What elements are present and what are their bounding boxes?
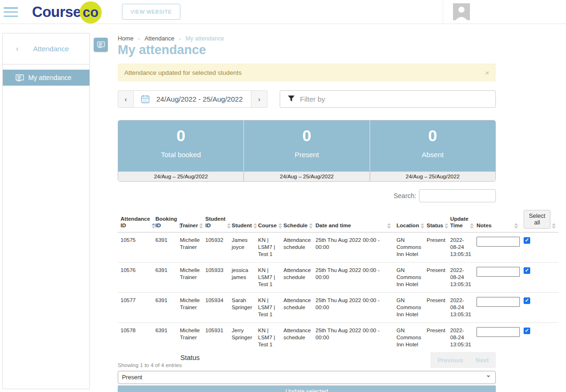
column-header[interactable]: Location (394, 208, 424, 232)
view-website-button[interactable]: VIEW WEBSITE (122, 4, 180, 20)
notes-input[interactable] (477, 267, 520, 277)
select-all-header: Select all (521, 208, 558, 232)
cell-notes (474, 293, 521, 323)
cell-select: ✓ (521, 263, 558, 293)
date-range-picker: ‹ 24/Aug/2022 - 25/Aug/2022 (118, 90, 267, 108)
breadcrumb-attendance[interactable]: Attendance (145, 35, 174, 42)
table-search-row: Search: (118, 189, 496, 202)
cell-student: jessica james (229, 263, 255, 293)
row-select-checkbox[interactable]: ✓ (524, 267, 530, 274)
column-header[interactable]: Attendance ID (118, 208, 153, 232)
cell-select: ✓ (521, 232, 558, 263)
column-header[interactable]: Booking ID (153, 208, 177, 232)
sidebar-item-label: My attendance (28, 74, 72, 81)
logo-text: Course (32, 4, 81, 21)
column-header-label: Notes (477, 222, 492, 229)
pagination: Previous Next (430, 352, 496, 368)
cell-location: GN Commons Inn Hotel (394, 263, 424, 293)
table-body: 105756391Michelle Trainer105932James joy… (118, 232, 558, 353)
stat-label: Present (295, 151, 319, 159)
logo-badge: co (80, 1, 102, 24)
cell-student-id: 105933 (202, 263, 229, 293)
cell-booking-id: 6391 (153, 232, 177, 263)
alert-message: Attendance updated for selected students (124, 69, 242, 76)
search-label: Search: (394, 192, 416, 200)
calendar-icon (141, 95, 150, 104)
cell-notes (474, 232, 521, 263)
column-header[interactable]: Course (255, 208, 281, 232)
filter-funnel-icon (288, 95, 295, 104)
cell-schedule: Attendance schedule (281, 293, 313, 323)
column-header-label: Course (258, 222, 277, 229)
sidebar-toggle-button[interactable] (94, 38, 108, 52)
sort-arrows-icon (199, 223, 203, 229)
column-header[interactable]: Update Time (447, 208, 474, 232)
status-select[interactable]: Present (118, 371, 496, 384)
stat-label: Absent (421, 151, 444, 159)
chevron-left-icon: ‹ (16, 45, 18, 53)
breadcrumb-home[interactable]: Home (118, 35, 133, 42)
notes-input[interactable] (477, 237, 520, 247)
cell-location: GN Commons Inn Hotel (394, 232, 424, 263)
column-header[interactable]: Date and time (313, 208, 394, 232)
date-next-button[interactable]: › (251, 90, 267, 108)
sort-arrows-icon (514, 223, 518, 229)
sidebar-section-header[interactable]: ‹ Attendance (3, 33, 89, 64)
cell-notes (474, 323, 521, 353)
date-range-text: 24/Aug/2022 - 25/Aug/2022 (156, 95, 243, 103)
sidebar-item-my-attendance[interactable]: My attendance (3, 70, 89, 86)
column-header-label: Student ID (205, 216, 226, 229)
column-header[interactable]: Trainer (177, 208, 202, 232)
filter-input[interactable] (280, 90, 496, 108)
cell-status: Present (424, 263, 447, 293)
main-content: Home › Attendance › My attendance My att… (118, 24, 558, 392)
table-header-row: Attendance IDBooking IDTrainerStudent ID… (118, 208, 558, 232)
date-range-display[interactable]: 24/Aug/2022 - 25/Aug/2022 (134, 90, 251, 108)
sort-arrows-icon (253, 223, 257, 229)
cell-status: Present (424, 232, 447, 263)
success-alert: Attendance updated for selected students… (118, 64, 496, 81)
sort-arrows-icon (470, 223, 474, 229)
cell-location: GN Commons Inn Hotel (394, 293, 424, 323)
controls-row: ‹ 24/Aug/2022 - 25/Aug/2022 (118, 90, 496, 108)
cell-student: Sarah Springer (229, 293, 255, 323)
next-page-button[interactable]: Next (476, 357, 489, 364)
sort-arrows-icon (420, 223, 424, 229)
breadcrumb-separator-icon: › (138, 36, 140, 41)
previous-page-button[interactable]: Previous (437, 357, 463, 364)
stat-value: 0 (428, 127, 437, 144)
row-select-checkbox[interactable]: ✓ (524, 328, 530, 334)
cell-attendance-id: 10576 (118, 263, 153, 293)
close-icon[interactable]: × (485, 69, 489, 77)
stat-date-range: 24/Aug – 25/Aug/2022 (370, 172, 495, 181)
attendance-table: Attendance IDBooking IDTrainerStudent ID… (118, 208, 558, 352)
date-prev-button[interactable]: ‹ (118, 90, 134, 108)
column-header[interactable]: Notes (474, 208, 521, 232)
notes-input[interactable] (477, 327, 520, 337)
select-all-button[interactable]: Select all (524, 210, 550, 229)
column-header-label: Trainer (180, 222, 198, 229)
stats-date-ranges: 24/Aug – 25/Aug/2022 24/Aug – 25/Aug/202… (118, 171, 495, 181)
sidebar: ‹ Attendance My attendance (2, 33, 90, 389)
column-header[interactable]: Status (424, 208, 447, 232)
column-header-label: Location (396, 222, 419, 229)
search-input[interactable] (419, 189, 496, 202)
cell-student-id: 105932 (202, 232, 229, 263)
cell-select: ✓ (521, 293, 558, 323)
header-divider (443, 0, 443, 24)
row-select-checkbox[interactable]: ✓ (524, 237, 530, 244)
column-header[interactable]: Schedule (281, 208, 313, 232)
column-header-label: Schedule (283, 222, 307, 229)
row-select-checkbox[interactable]: ✓ (524, 297, 530, 304)
person-icon (453, 3, 470, 20)
user-avatar[interactable] (453, 3, 470, 20)
cell-booking-id: 6391 (153, 293, 177, 323)
update-selected-button[interactable]: Update selected (118, 385, 496, 392)
column-header[interactable]: Student (229, 208, 255, 232)
breadcrumb-separator-icon: › (179, 36, 181, 41)
notes-input[interactable] (477, 297, 520, 307)
column-header[interactable]: Student ID (202, 208, 229, 232)
cell-update-time: 2022-08-24 13:05:31 (447, 293, 474, 323)
hamburger-menu-icon[interactable] (4, 7, 18, 17)
cell-student-id: 105934 (202, 293, 229, 323)
